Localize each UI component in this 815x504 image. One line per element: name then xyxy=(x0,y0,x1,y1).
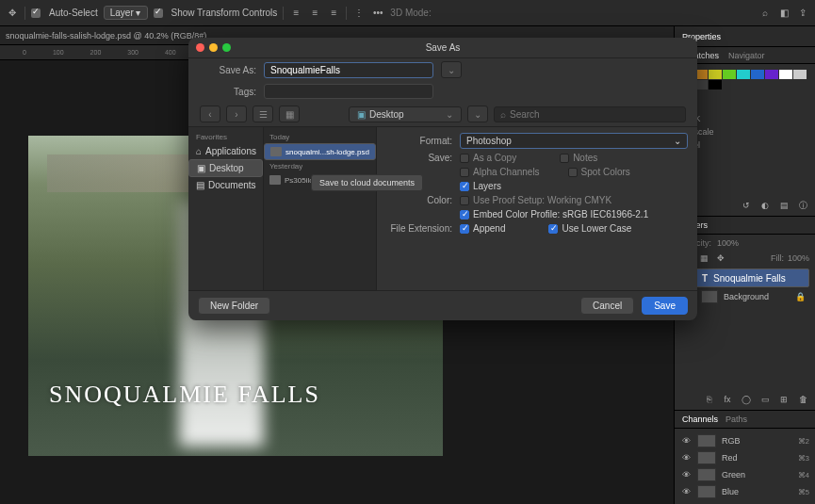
layers-footer-icons: ⎘ fx ◯ ▭ ⊞ 🗑 xyxy=(675,389,815,410)
save-opts-label: Save: xyxy=(386,153,452,163)
align-icon[interactable]: ≡ xyxy=(308,7,321,20)
opacity-value[interactable]: 100% xyxy=(717,238,739,248)
document-tab[interactable]: snoqualmie-falls-salish-lodge.psd @ 40.2… xyxy=(6,31,206,41)
history-icon[interactable]: ↺ xyxy=(740,199,753,212)
channel-row[interactable]: 👁RGB⌘2 xyxy=(675,432,815,449)
file-row[interactable]: snoqualmi...sh-lodge.psd xyxy=(264,143,376,160)
new-group-icon[interactable]: ▭ xyxy=(758,393,772,406)
info-icon[interactable]: ⓘ xyxy=(796,199,809,212)
alpha-checkbox: Alpha Channels xyxy=(460,167,540,177)
share-icon[interactable]: ⇪ xyxy=(796,7,809,20)
auto-select-checkbox[interactable] xyxy=(31,8,41,18)
favorites-header: Favorites xyxy=(188,131,263,143)
lock-position-icon[interactable]: ✥ xyxy=(714,252,727,265)
show-transform-checkbox[interactable] xyxy=(154,8,163,18)
spot-checkbox: Spot Colors xyxy=(568,167,630,177)
new-folder-button[interactable]: New Folder xyxy=(198,297,270,315)
auto-select-label: Auto-Select xyxy=(49,8,98,18)
link-icon[interactable]: ⎘ xyxy=(702,393,715,406)
move-tool-icon: ✥ xyxy=(6,7,19,20)
fill-value[interactable]: 100% xyxy=(788,253,809,263)
workspace-icon[interactable]: ◧ xyxy=(777,7,791,20)
lock-icon: 🔒 xyxy=(795,292,806,301)
save-as-label: Save As: xyxy=(200,65,256,75)
layer-row[interactable]: 👁 T Snoqualmie Falls xyxy=(680,268,809,287)
tab-navigator[interactable]: Navigator xyxy=(728,51,765,60)
dialog-title: Save As xyxy=(426,42,461,53)
library-icon[interactable]: ▤ xyxy=(777,199,791,212)
channel-row[interactable]: 👁Red⌘3 xyxy=(675,449,815,466)
location-select[interactable]: ▣ Desktop ⌄ xyxy=(349,106,462,122)
tab-paths[interactable]: Paths xyxy=(725,415,747,424)
new-layer-icon[interactable]: ⊞ xyxy=(777,393,791,406)
tags-input[interactable] xyxy=(264,84,433,99)
location-value: Desktop xyxy=(369,109,404,120)
file-group-today: Today xyxy=(264,131,376,143)
save-as-dialog: Save As Save As: ⌄ Tags: ‹ › ☰ ▦ ▣ Deskt… xyxy=(188,38,697,320)
fx-icon[interactable]: fx xyxy=(721,393,734,406)
search-icon[interactable]: ⌕ xyxy=(758,7,772,20)
sidebar-item-documents[interactable]: ▤Documents xyxy=(188,177,263,193)
channel-row[interactable]: 👁Blue⌘5 xyxy=(675,483,815,500)
canvas-headline: SNOQUALMIE FALLS xyxy=(49,381,320,409)
lowercase-checkbox[interactable]: Use Lower Case xyxy=(548,223,631,234)
file-group-yesterday: Yesterday xyxy=(264,160,376,172)
lock-pixels-icon[interactable]: ▦ xyxy=(697,252,710,265)
sidebar-item-applications[interactable]: ⌂Applications xyxy=(188,143,263,159)
tags-label: Tags: xyxy=(200,87,256,97)
format-select[interactable]: Photoshop⌄ xyxy=(460,133,688,149)
color-label: Color: xyxy=(386,195,452,205)
forward-button[interactable]: › xyxy=(226,106,247,122)
embed-profile-checkbox[interactable]: Embed Color Profile: sRGB IEC61966-2.1 xyxy=(460,209,648,219)
more-icon[interactable]: ••• xyxy=(371,7,384,20)
notes-checkbox: Notes xyxy=(560,153,597,163)
view-list-icon[interactable]: ☰ xyxy=(253,106,273,122)
layer-row[interactable]: 👁 Background 🔒 xyxy=(680,287,809,306)
distribute-icon[interactable]: ⋮ xyxy=(352,7,366,20)
show-transform-label: Show Transform Controls xyxy=(171,8,278,18)
format-label: Format: xyxy=(386,136,452,146)
search-icon: ⌕ xyxy=(500,109,506,120)
cancel-button[interactable]: Cancel xyxy=(580,297,634,315)
extension-label: File Extension: xyxy=(386,223,452,234)
expand-button[interactable]: ⌄ xyxy=(441,61,462,78)
auto-select-target[interactable]: Layer ▾ xyxy=(104,6,148,20)
sidebar-item-desktop[interactable]: ▣Desktop xyxy=(188,159,263,177)
as-copy-checkbox[interactable]: As a Copy xyxy=(460,153,516,163)
channel-row[interactable]: 👁Green⌘4 xyxy=(675,466,815,483)
layer-name: Background xyxy=(724,292,769,301)
save-button[interactable]: Save xyxy=(642,297,688,315)
layers-checkbox[interactable]: Layers xyxy=(460,181,501,191)
options-bar: ✥ Auto-Select Layer ▾ Show Transform Con… xyxy=(0,0,815,26)
filename-input[interactable] xyxy=(264,62,433,78)
search-input[interactable]: ⌕ Search xyxy=(494,106,686,122)
proof-checkbox: Use Proof Setup: Working CMYK xyxy=(460,195,611,205)
action-button[interactable]: ⌄ xyxy=(467,106,488,122)
align-icon[interactable]: ≡ xyxy=(289,7,302,20)
layer-name: Snoqualmie Falls xyxy=(713,273,786,284)
channels-panel: 👁RGB⌘2 👁Red⌘3 👁Green⌘4 👁Blue⌘5 xyxy=(675,429,815,504)
window-minimize[interactable] xyxy=(209,43,218,52)
view-grid-icon[interactable]: ▦ xyxy=(279,106,300,122)
fill-label: Fill: xyxy=(771,253,784,263)
window-close[interactable] xyxy=(196,43,204,52)
align-icon[interactable]: ≡ xyxy=(327,7,340,20)
back-button[interactable]: ‹ xyxy=(200,106,220,122)
tab-channels[interactable]: Channels xyxy=(682,415,718,424)
save-options: Save to cloud documents Format: Photosho… xyxy=(377,127,697,290)
file-browser: Today snoqualmi...sh-lodge.psd Yesterday… xyxy=(264,127,377,290)
append-checkbox[interactable]: Append xyxy=(460,223,505,234)
save-cloud-button[interactable]: Save to cloud documents xyxy=(311,174,423,191)
trash-icon[interactable]: 🗑 xyxy=(796,393,809,406)
finder-sidebar: Favorites ⌂Applications ▣Desktop ▤Docume… xyxy=(188,127,264,290)
window-zoom[interactable] xyxy=(222,43,231,52)
mode-label: 3D Mode: xyxy=(390,8,431,18)
mask-icon[interactable]: ◯ xyxy=(740,393,753,406)
adjust-icon[interactable]: ◐ xyxy=(758,199,772,212)
